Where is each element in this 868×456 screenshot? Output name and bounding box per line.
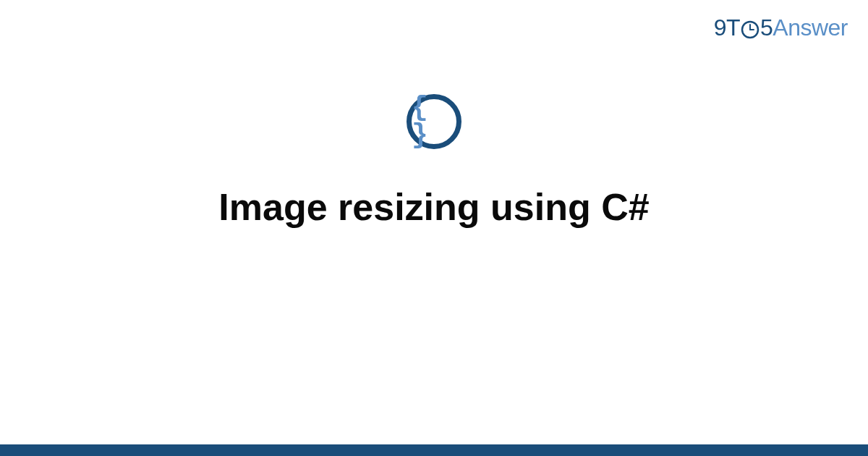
code-braces-icon: { } [407,94,461,149]
logo-part-answer: Answer [773,14,848,41]
clock-icon [741,20,760,39]
main-content: { } Image resizing using C# [0,94,868,229]
page-title: Image resizing using C# [218,185,649,229]
braces-glyph: { } [412,94,456,149]
site-logo: 9T5Answer [714,14,848,41]
footer-bar [0,444,868,456]
logo-part-5: 5 [760,14,773,41]
logo-part-9t: 9T [714,14,740,41]
logo-text: 9T5Answer [714,14,848,41]
